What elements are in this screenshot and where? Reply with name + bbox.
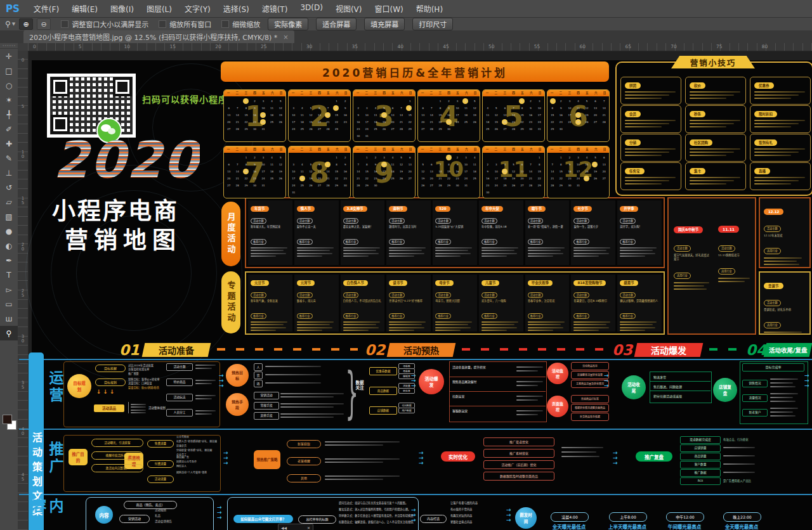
- content-build-oval: 内容打造: [420, 515, 447, 523]
- option-checkbox[interactable]: [61, 20, 69, 28]
- activity-card: 元旦节活动主题新年新气象，全新出发推荐行业: [248, 275, 292, 332]
- shape-tool-icon[interactable]: ▭: [0, 297, 18, 311]
- menu-item[interactable]: 滤镜(T): [256, 3, 294, 14]
- move-tool-icon[interactable]: ✛: [0, 49, 18, 63]
- industry-oval: 推荐行业: [620, 239, 636, 245]
- crop-tool-icon[interactable]: ╃: [0, 107, 18, 122]
- menu-item[interactable]: 文字(Y): [178, 3, 217, 14]
- activity-card: 感恩节活动主题确认过眼神，是我最想感谢的人推荐行业: [617, 275, 662, 332]
- horizontal-ruler[interactable]: [28, 43, 812, 51]
- document-tab[interactable]: 2020小程序电商营销地图.jpg @ 12.5% (扫码可以获得小程序扶持, …: [23, 30, 294, 43]
- ruler-mark: 20: [215, 44, 221, 49]
- phase-dashes: [709, 348, 740, 351]
- optimize-item: 推广素材优化: [483, 449, 554, 458]
- option-button[interactable]: 实际像素: [268, 18, 308, 30]
- theme-oval: 活动主题: [528, 218, 544, 224]
- micro-text-line: [770, 386, 796, 387]
- type-tool-icon[interactable]: T: [0, 268, 18, 282]
- micro-text-line: [435, 250, 468, 251]
- history-brush-tool-icon[interactable]: ↺: [0, 180, 18, 195]
- zoom-in-button[interactable]: ⊕: [19, 18, 33, 30]
- ruler-mark: 20: [18, 243, 28, 252]
- ruler-mark: 15: [169, 44, 176, 49]
- micro-text-line: [690, 94, 734, 96]
- micro-text-line: [481, 250, 514, 251]
- open-rate-oval: 高打开率的标题: [298, 515, 336, 524]
- panel-grip[interactable]: ••••••: [0, 43, 18, 49]
- dodge-tool-icon[interactable]: ◐: [0, 238, 18, 253]
- option-button[interactable]: 填充屏幕: [364, 18, 405, 30]
- theme-oval: 活动主题: [764, 300, 781, 306]
- gradient-tool-icon[interactable]: ▧: [0, 209, 18, 224]
- micro-text-line: [723, 463, 755, 465]
- micro-text-line: [297, 253, 332, 254]
- micro-text-line: [481, 330, 507, 331]
- channel-oval: 免费流量: [147, 440, 174, 448]
- brush-tool-icon[interactable]: ✎: [0, 151, 18, 165]
- path-select-tool-icon[interactable]: ▻: [0, 282, 18, 297]
- eyedropper-tool-icon[interactable]: ✐: [0, 122, 18, 136]
- menu-item[interactable]: 视图(V): [329, 3, 369, 14]
- chevron-down-icon[interactable]: ▼: [12, 22, 15, 27]
- marquee-tool-icon[interactable]: □: [0, 63, 18, 78]
- ruler-mark: 15: [18, 197, 28, 205]
- blur-tool-icon[interactable]: ●: [0, 224, 18, 238]
- option-button[interactable]: 适合屏幕: [316, 18, 357, 30]
- theme-oval: 活动主题: [389, 218, 405, 224]
- menu-item[interactable]: 编辑(E): [65, 3, 104, 14]
- pen-tool-icon[interactable]: ✒: [0, 253, 18, 268]
- micro-text-line: [297, 327, 332, 328]
- double11-pill: 11.11: [718, 226, 739, 233]
- option-button[interactable]: 打印尺寸: [412, 18, 453, 30]
- activity-card: 读书节活动主题世界读书日“4.23”好书推荐推荐行业: [386, 275, 431, 332]
- photoshop-window: PS 文件(F)编辑(E)图像(I)图层(L)文字(Y)选择(S)滤镜(T)3D…: [0, 0, 812, 530]
- menu-item[interactable]: 文件(F): [27, 3, 65, 14]
- ruler-mark: 70: [671, 44, 677, 49]
- activity-card: 母亲节活动主题母亲节，感恩大回馈推荐行业: [433, 275, 477, 332]
- activity-theme: 年中钜惠，就在6.18: [481, 225, 521, 233]
- activity-theme: 爱你一生，甜蜜七夕: [573, 225, 613, 233]
- marketing-tips-title: 营销小技巧: [671, 56, 755, 68]
- menu-item[interactable]: 3D(D): [294, 3, 329, 14]
- option-checkbox[interactable]: [159, 20, 166, 28]
- flow-arrows-icon: →→→: [223, 450, 228, 465]
- tip-label: 集卡: [690, 168, 705, 174]
- rewind-icon[interactable]: ◀◀: [281, 526, 287, 530]
- menu-item[interactable]: 窗口(W): [368, 3, 409, 14]
- calendar-weekday-row: 一二三四五六日: [547, 146, 609, 153]
- activity-card: 儿童节活动主题欢乐童年，六一嗨购推荐行业: [479, 275, 523, 332]
- activity-card: 520活动主题5.20因爱放“价”大促销推荐行业: [433, 200, 477, 265]
- magic-wand-tool-icon[interactable]: ✶: [0, 93, 18, 107]
- healing-brush-tool-icon[interactable]: ✚: [0, 136, 18, 151]
- micro-text-line: [481, 247, 518, 249]
- tip-label: 分销: [625, 139, 641, 146]
- promo-preheat-item: 新客获取: [287, 440, 321, 448]
- data-row-value: 用户数据: [398, 408, 415, 413]
- hand-tool-icon[interactable]: ш: [0, 311, 18, 326]
- foreground-color-swatch[interactable]: [3, 415, 12, 424]
- activity-card: 七夕节活动主题爱你一生，甜蜜七夕推荐行业: [571, 200, 615, 265]
- zoom-out-button[interactable]: ⊖: [37, 18, 51, 30]
- lasso-tool-icon[interactable]: ○: [0, 78, 18, 93]
- zoom-tool-icon[interactable]: ⚲: [5, 20, 11, 29]
- menu-item[interactable]: 图层(L): [140, 3, 178, 14]
- option-checkbox[interactable]: [221, 20, 229, 28]
- activity-title: 开学季: [620, 206, 638, 212]
- micro-text-line: [754, 98, 791, 99]
- tip-label: 限时折扣: [754, 111, 777, 117]
- promo-goal-item: 唤醒持续活跃老客: [91, 451, 143, 460]
- close-icon[interactable]: ✕: [307, 526, 310, 530]
- eraser-tool-icon[interactable]: ▱: [0, 195, 18, 209]
- promo-preheat-node: 预热推广策略: [254, 450, 280, 469]
- zoom-tool-icon[interactable]: ⚲: [0, 326, 18, 340]
- menu-item[interactable]: 帮助(H): [410, 3, 449, 14]
- send-time-pill: 晚上22:00: [723, 512, 761, 522]
- micro-text-line: [516, 410, 543, 411]
- tab-close-icon[interactable]: ×: [283, 34, 288, 41]
- menu-items: 文件(F)编辑(E)图像(I)图层(L)文字(Y)选择(S)滤镜(T)3D(D)…: [27, 3, 449, 14]
- flow-arrows-icon: →→→: [506, 507, 511, 522]
- menu-item[interactable]: 图像(I): [104, 3, 140, 14]
- clone-stamp-tool-icon[interactable]: ⊥: [0, 165, 18, 180]
- activity-title: 元宵节: [297, 280, 315, 286]
- menu-item[interactable]: 选择(S): [217, 3, 256, 14]
